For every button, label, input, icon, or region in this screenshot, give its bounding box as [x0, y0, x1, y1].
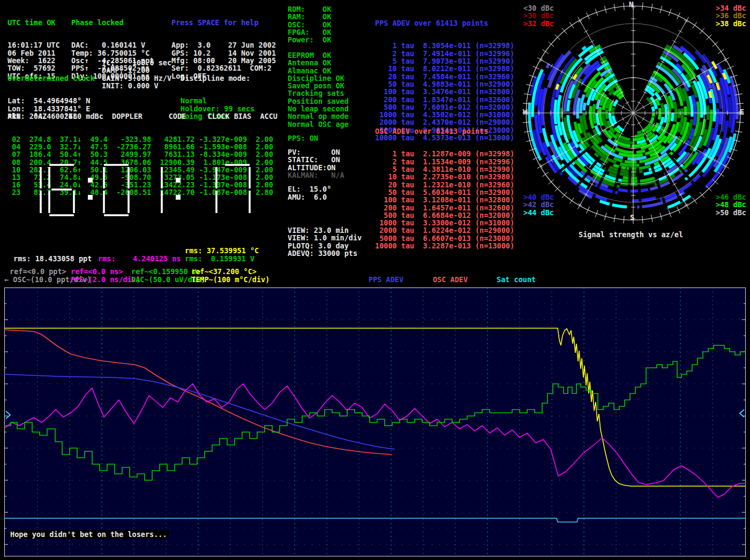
dbc-legend-item: >48 dBc [716, 201, 746, 208]
fix-mode-block: PV: ONSTATIC: ONALTITUDE:ON [288, 148, 340, 171]
dbc-legend-bottom-right: >46 dBc>48 dBc>50 dBc [716, 193, 746, 216]
dbc-legend-item: >50 dBc [716, 209, 746, 216]
rms-temp: rms: 37.539951 °C [185, 247, 259, 254]
satellite-row: 02 274.8 37.1↓ 49.4 -323.98 4281.72 -3.3… [8, 135, 278, 143]
loop-params-block: TC: 100.0 secDAMP: 1.200GAIN:-5.000 Hz/V… [102, 59, 171, 89]
mode-line: ALTITUDE:ON [288, 164, 340, 171]
adev-row: 20 tau 1.2321e-010 (n=32960) [375, 181, 514, 188]
dbc-legend-item: >34 dBc [716, 4, 746, 12]
status-line: 16:01:17 UTC [8, 41, 60, 49]
adev-row: 20 tau 7.4584e-011 (n=32960) [375, 73, 514, 80]
osc-adev-legend[interactable]: OSC ADEV [433, 276, 468, 283]
ok-line: Power: OK [288, 36, 331, 43]
view-block: VIEW: 23.0 minVIEW: 1.0 min/divPLOTQ: 3.… [288, 226, 362, 257]
adev-row: 2000 tau 1.6224e-012 (n=29000) [375, 226, 514, 234]
dbc-legend-item: >38 dBc [716, 20, 746, 27]
rms-pps: rms: 4.240125 ns [98, 255, 181, 262]
adev-row: 2 tau 7.4914e-011 (n=32996) [375, 50, 514, 57]
mode-line: STATIC: ON [288, 156, 340, 163]
satellite-row: 07 186.4 50.4↑ 50.3 2499.97 7631.13 -8.3… [8, 150, 278, 158]
adev-row: 10 tau 8.0212e-011 (n=32980) [375, 65, 514, 72]
pps-adev-legend[interactable]: PPS ADEV [369, 276, 403, 283]
dbc-legend-item: >44 dBc [523, 209, 554, 216]
status-line: Temp: 36.750015 °C [71, 49, 154, 57]
position-title: Overdetermined clock [8, 74, 95, 82]
health-line: No leap second [288, 105, 349, 112]
loop-param-line: DAMP: 1.200 [102, 66, 171, 74]
health-line: Position saved [288, 97, 349, 105]
health-line: Normal OSC age [288, 120, 349, 128]
dac-ref-label: ref~<0.159950 V> [131, 268, 201, 275]
loop-param-line: GAIN:-5.000 Hz/V [102, 74, 171, 82]
health-line: Discipline OK [288, 74, 349, 82]
osc-adev-table: OSC ADEV over 61413 points 1 tau 2.1287e… [375, 112, 514, 258]
adev-row: 1 tau 2.1287e-009 (n=32998) [375, 150, 514, 157]
digital-clock [5, 161, 273, 221]
satellite-row: 04 229.0 32.7↓ 47.5 -2736.27 8961.66 -1.… [8, 143, 278, 150]
ok-line: FPGA: OK [288, 28, 331, 36]
dbc-legend-item: >42 dBc [523, 201, 554, 208]
rms-dac: rms: 0.159931 V [185, 255, 254, 262]
ok-line: RAM: OK [288, 13, 331, 20]
status-line: DAC: 0.160141 V [71, 41, 154, 49]
ok-line: OSC: OK [288, 21, 331, 28]
osc-ref-label: ref=<0.0 ppt> [10, 268, 66, 275]
status-line: App: 3.0 27 Jun 2002 [171, 41, 276, 49]
adev-row: 100 tau 3.3476e-011 (n=32800) [375, 88, 514, 95]
compass-north: N [629, 1, 633, 8]
adev-row: 500 tau 7.6091e-012 (n=32000) [375, 103, 514, 111]
health-line: Normal op mode [288, 112, 349, 120]
temp-scale-label[interactable]: TEMP~(100 m°C/div) [191, 276, 269, 283]
utc-status-title: UTC time OK [8, 19, 60, 26]
self-test-block: ROM: OKRAM: OKOSC: OKFPGA: OKPower: OK [288, 5, 331, 43]
view-line: VIEW: 23.0 min [288, 226, 362, 234]
pps-scale-label[interactable]: PPS~(2.0 ns/div) [71, 276, 140, 283]
adev-row: 50 tau 4.9883e-011 (n=32900) [375, 80, 514, 88]
health-line: Saved posn OK [288, 82, 349, 89]
temp-ref-label: ref~<37.200 °C> [191, 268, 257, 275]
dbc-legend-item: >46 dBc [716, 193, 746, 201]
view-line: VIEW: 1.0 min/div [288, 234, 362, 241]
pps-adev-title: PPS ADEV over 61413 points [375, 19, 514, 27]
discipline-title: Discipline mode: [181, 74, 254, 82]
view-line: PLOTQ: 3.0 day [288, 242, 362, 249]
strip-chart[interactable] [4, 287, 746, 557]
kalman-line: KALMAN: N/A [288, 171, 344, 179]
adev-row: 5 tau 7.9073e-011 (n=32990) [375, 57, 514, 65]
sat-count-legend[interactable]: Sat count [497, 276, 536, 283]
signal-map-caption: Signal strength vs az/el [579, 231, 683, 238]
adev-row: 200 tau 1.8347e-011 (n=32600) [375, 96, 514, 103]
dbc-legend-bottom-left: >40 dBc>42 dBc>44 dBc [523, 193, 554, 216]
osc-adev-rows: 1 tau 2.1287e-009 (n=32998) 2 tau 1.1534… [375, 150, 514, 249]
adev-row: 5 tau 4.3811e-010 (n=32990) [375, 165, 514, 173]
health-block: EEPROM OKAntenna OKAlmanac OKDiscipline … [288, 51, 349, 128]
compass-west: W [523, 108, 527, 116]
adev-row: 2 tau 1.1534e-009 (n=32996) [375, 158, 514, 165]
dbc-legend-top-left: <30 dBc>30 dBc>32 dBc [523, 4, 554, 27]
satellite-table-header: PRN °AZ °EL dBc DOPPLER CODE CLOCK BIAS … [8, 112, 278, 120]
health-line: Almanac OK [288, 67, 349, 74]
view-line: ADEVQ: 33000 pts [288, 249, 362, 257]
amu-mask: AMU: 6.0 [288, 193, 327, 201]
plot-message: Hope you didn't bet on the losers... [9, 530, 169, 539]
rms-osc: rms: 18.433058 ppt [13, 255, 92, 262]
el-mask: EL: 15.0° [288, 185, 331, 193]
dbc-legend-item: >40 dBc [523, 193, 554, 201]
dbc-legend-item: <30 dBc [523, 4, 554, 12]
adev-row: 200 tau 1.6457e-011 (n=32600) [375, 204, 514, 211]
pps-state: PPS: ON [288, 134, 318, 142]
adev-row: 1000 tau 3.3300e-012 (n=31000) [375, 219, 514, 226]
pps-ref-label: ref=<0.0 ns> [71, 268, 123, 275]
dbc-legend-item: >36 dBc [716, 12, 746, 19]
health-line: EEPROM OK [288, 51, 349, 59]
phase-title: Phase locked [71, 19, 154, 26]
dbc-legend-top-right: >34 dBc>36 dBc>38 dBc [716, 4, 746, 27]
mode-line: PV: ON [288, 148, 340, 156]
dbc-legend-item: >32 dBc [523, 20, 554, 27]
dbc-legend-item: >30 dBc [523, 12, 554, 19]
adev-row: 50 tau 5.6034e-011 (n=32900) [375, 188, 514, 196]
ok-line: ROM: OK [288, 5, 331, 13]
compass-east: E [740, 108, 744, 116]
osc-adev-title: OSC ADEV over 61413 points [375, 127, 514, 135]
loop-param-line: TC: 100.0 sec [102, 59, 171, 66]
